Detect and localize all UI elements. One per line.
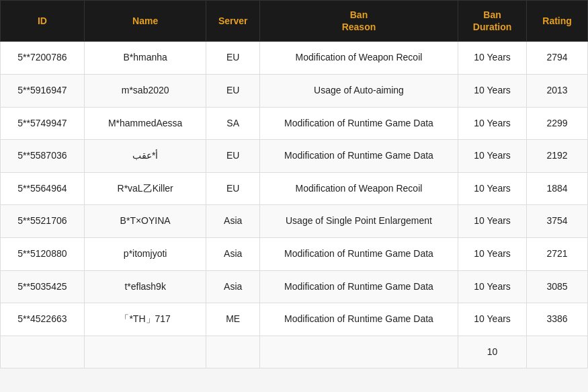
cell-ban_reason: Modification of Runtime Game Data <box>259 107 458 140</box>
cell-server <box>206 336 259 368</box>
table-row: 5**5120880p*itomjyotiAsiaModification of… <box>1 237 588 270</box>
cell-name <box>84 336 206 368</box>
ban-table: ID Name Server BanReason BanDuration Rat… <box>0 0 588 368</box>
header-name: Name <box>84 1 206 42</box>
table-row: 5**7200786B*hmanhaEUModification of Weap… <box>1 42 588 75</box>
header-id: ID <box>1 1 85 42</box>
cell-name: B*T×OYINA <box>84 205 206 238</box>
cell-rating <box>527 336 588 368</box>
cell-ban_duration: 10 Years <box>458 303 527 336</box>
cell-ban_duration: 10 Years <box>458 205 527 238</box>
table-row: 5**5035425t*eflash9kAsiaModification of … <box>1 270 588 303</box>
table-row: 5**5587036أ*عقبEUModification of Runtime… <box>1 140 588 173</box>
cell-rating: 3754 <box>527 205 588 238</box>
table-row: 5**5521706B*T×OYINAAsiaUsage of Single P… <box>1 205 588 238</box>
cell-ban_duration: 10 Years <box>458 172 527 205</box>
cell-name: 「*TH」717 <box>84 303 206 336</box>
table-body: 5**7200786B*hmanhaEUModification of Weap… <box>1 42 588 368</box>
cell-ban_duration: 10 Years <box>458 237 527 270</box>
cell-ban_reason: Modification of Runtime Game Data <box>259 270 458 303</box>
table-row: 5**5564964R*vaL乙KillerEUModification of … <box>1 172 588 205</box>
header-rating: Rating <box>527 1 588 42</box>
table-header-row: ID Name Server BanReason BanDuration Rat… <box>1 1 588 42</box>
cell-id <box>1 336 85 368</box>
cell-ban_duration: 10 <box>458 336 527 368</box>
header-ban-reason: BanReason <box>259 1 458 42</box>
cell-name: M*hammedAessa <box>84 107 206 140</box>
cell-id: 5**5120880 <box>1 237 85 270</box>
cell-rating: 3085 <box>527 270 588 303</box>
cell-server: Asia <box>206 205 259 238</box>
cell-id: 5**5916947 <box>1 74 85 107</box>
cell-server: EU <box>206 140 259 173</box>
cell-server: ME <box>206 303 259 336</box>
cell-id: 5**7200786 <box>1 42 85 75</box>
cell-ban_reason: Modification of Runtime Game Data <box>259 303 458 336</box>
ban-table-container: ID Name Server BanReason BanDuration Rat… <box>0 0 588 368</box>
cell-name: p*itomjyoti <box>84 237 206 270</box>
cell-name: R*vaL乙Killer <box>84 172 206 205</box>
table-row: 10 <box>1 336 588 368</box>
header-server: Server <box>206 1 259 42</box>
table-row: 5**5749947M*hammedAessaSAModification of… <box>1 107 588 140</box>
cell-server: EU <box>206 172 259 205</box>
cell-rating: 1884 <box>527 172 588 205</box>
cell-ban_duration: 10 Years <box>458 74 527 107</box>
cell-server: EU <box>206 74 259 107</box>
cell-ban_reason: Modification of Weapon Recoil <box>259 172 458 205</box>
cell-ban_reason: Modification of Runtime Game Data <box>259 140 458 173</box>
cell-rating: 2721 <box>527 237 588 270</box>
cell-server: EU <box>206 42 259 75</box>
cell-name: أ*عقب <box>84 140 206 173</box>
cell-rating: 2299 <box>527 107 588 140</box>
cell-ban_duration: 10 Years <box>458 140 527 173</box>
cell-ban_reason: Usage of Single Point Enlargement <box>259 205 458 238</box>
cell-id: 5**5587036 <box>1 140 85 173</box>
cell-server: Asia <box>206 270 259 303</box>
cell-ban_duration: 10 Years <box>458 42 527 75</box>
table-row: 5**5916947m*sab2020EUUsage of Auto-aimin… <box>1 74 588 107</box>
cell-id: 5**4522663 <box>1 303 85 336</box>
cell-server: Asia <box>206 237 259 270</box>
cell-name: B*hmanha <box>84 42 206 75</box>
cell-name: t*eflash9k <box>84 270 206 303</box>
cell-ban_duration: 10 Years <box>458 270 527 303</box>
cell-rating: 2013 <box>527 74 588 107</box>
cell-id: 5**5564964 <box>1 172 85 205</box>
header-ban-duration: BanDuration <box>458 1 527 42</box>
cell-rating: 2192 <box>527 140 588 173</box>
cell-id: 5**5035425 <box>1 270 85 303</box>
cell-name: m*sab2020 <box>84 74 206 107</box>
table-row: 5**4522663「*TH」717MEModification of Runt… <box>1 303 588 336</box>
cell-ban_reason: Modification of Weapon Recoil <box>259 42 458 75</box>
cell-ban_duration: 10 Years <box>458 107 527 140</box>
cell-rating: 3386 <box>527 303 588 336</box>
cell-server: SA <box>206 107 259 140</box>
cell-ban_reason: Modification of Runtime Game Data <box>259 237 458 270</box>
cell-ban_reason: Usage of Auto-aiming <box>259 74 458 107</box>
cell-rating: 2794 <box>527 42 588 75</box>
cell-ban_reason <box>259 336 458 368</box>
cell-id: 5**5749947 <box>1 107 85 140</box>
cell-id: 5**5521706 <box>1 205 85 238</box>
